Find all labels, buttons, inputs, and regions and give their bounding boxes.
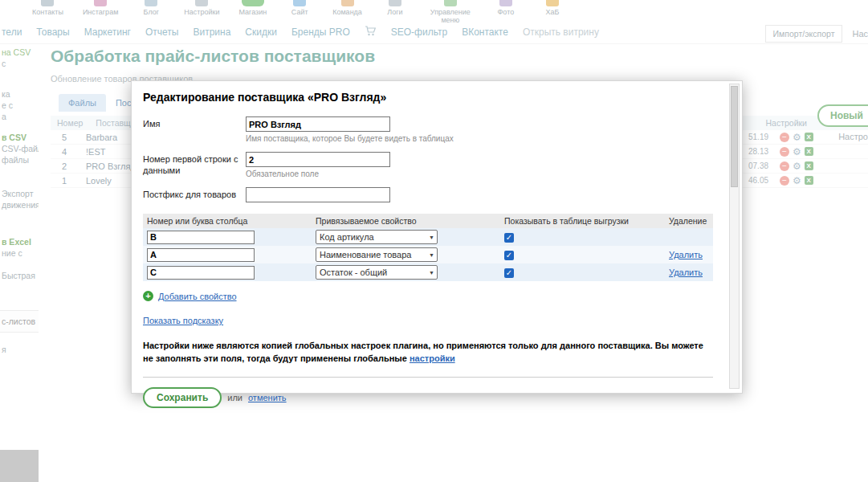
- save-button[interactable]: Сохранить: [143, 387, 222, 408]
- show-hint-link[interactable]: Показать подсказку: [143, 316, 223, 325]
- property-row: Остаток - общий ▼ ✓ Удалить: [143, 263, 713, 281]
- selected-option: Наименование товара: [320, 250, 411, 259]
- delete-link[interactable]: Удалить: [669, 250, 703, 259]
- column-header-letter: Номер или буква столбца: [143, 214, 312, 228]
- form-row-first-line: Номер первой строки с данными Обязательн…: [143, 152, 713, 178]
- column-header-show: Показывать в таблице выгрузки: [500, 214, 665, 228]
- properties-table-header: Номер или буква столбца Привязываемое св…: [143, 214, 713, 228]
- global-settings-note: Настройки ниже являются копией глобальны…: [143, 340, 713, 366]
- selected-option: Остаток - общий: [320, 268, 387, 277]
- column-letter-field[interactable]: [147, 266, 255, 280]
- field-label: Имя: [143, 116, 246, 143]
- add-property-row: + Добавить свойство: [143, 291, 713, 301]
- modal-scrollbar-thumb[interactable]: [731, 86, 738, 187]
- product-postfix-field[interactable]: [246, 187, 390, 202]
- cancel-link[interactable]: отменить: [248, 393, 287, 402]
- show-checkbox[interactable]: ✓: [504, 268, 514, 278]
- properties-table: Номер или буква столбца Привязываемое св…: [143, 214, 713, 281]
- plus-icon: +: [143, 291, 153, 301]
- column-letter-field[interactable]: [147, 248, 255, 262]
- column-header-property: Привязываемое свойство: [312, 214, 500, 228]
- property-select[interactable]: Остаток - общий ▼: [316, 265, 438, 280]
- chevron-down-icon: ▼: [429, 235, 434, 240]
- column-letter-field[interactable]: [147, 231, 255, 244]
- field-hint: Имя поставщика, которое Вы будете видеть…: [246, 134, 454, 143]
- modal-footer: Сохранить или отменить: [143, 387, 713, 408]
- form-row-name: Имя Имя поставщика, которое Вы будете ви…: [143, 116, 713, 143]
- delete-link[interactable]: Удалить: [669, 268, 703, 277]
- property-select[interactable]: Код артикула ▼: [316, 230, 438, 244]
- column-header-delete: Удаление: [665, 214, 713, 228]
- show-checkbox[interactable]: ✓: [504, 251, 514, 260]
- field-control: Обязательное поле: [246, 152, 390, 178]
- first-data-row-field[interactable]: [246, 152, 390, 167]
- field-control: [246, 187, 390, 202]
- modal-scrollbar-track[interactable]: [729, 84, 740, 389]
- field-control: Имя поставщика, которое Вы будете видеть…: [246, 116, 454, 143]
- chevron-down-icon: ▼: [429, 270, 434, 276]
- supplier-name-field[interactable]: [246, 116, 390, 132]
- edit-supplier-modal: Редактирование поставщика «PRO Взгляд» И…: [131, 80, 743, 394]
- field-hint: Обязательное поле: [246, 170, 390, 178]
- property-row: Наименование товара ▼ ✓ Удалить: [143, 246, 713, 263]
- modal-body: Редактирование поставщика «PRO Взгляд» И…: [143, 91, 713, 408]
- add-property-link[interactable]: Добавить свойство: [158, 292, 237, 301]
- footer-divider: [143, 377, 713, 378]
- settings-link[interactable]: настройки: [410, 353, 455, 363]
- or-text: или: [227, 393, 242, 402]
- property-row: Код артикула ▼ ✓: [143, 228, 713, 246]
- form-row-postfix: Постфикс для товаров: [143, 187, 713, 202]
- chevron-down-icon: ▼: [429, 252, 434, 258]
- modal-title: Редактирование поставщика «PRO Взгляд»: [143, 91, 713, 104]
- property-select[interactable]: Наименование товара ▼: [316, 247, 438, 262]
- selected-option: Код артикула: [320, 232, 374, 242]
- field-label: Номер первой строки с данными: [143, 152, 246, 178]
- show-hint-row: Показать подсказку: [143, 316, 713, 325]
- show-checkbox[interactable]: ✓: [504, 233, 514, 243]
- field-label: Постфикс для товаров: [143, 187, 246, 202]
